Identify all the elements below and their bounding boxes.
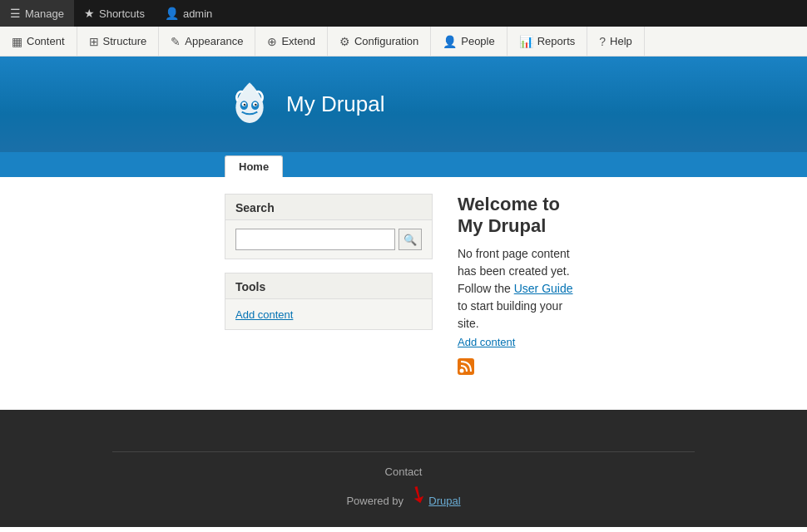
search-icon: 🔍 [404,234,417,246]
admin-toolbar: ☰ Manage ★ Shortcuts 👤 admin [0,0,807,27]
welcome-text: No front page content has been created y… [458,245,582,332]
content-icon: ▦ [12,35,22,48]
welcome-title: Welcome to My Drupal [458,194,582,237]
svg-point-5 [255,103,257,106]
nav-reports-label: Reports [537,35,576,47]
configuration-icon: ⚙ [339,35,350,48]
nav-configuration-label: Configuration [354,35,418,47]
tools-block: Tools Add content [225,273,433,330]
footer: Contact Powered by ➘ Drupal [0,410,807,527]
footer-powered-by: Powered by ➘ Drupal [112,483,695,510]
local-nav: Home [0,152,807,177]
sidebar: Search 🔍 Tools Add content [225,194,433,393]
nav-appearance-label: Appearance [185,35,243,47]
follow-text: Follow the [458,282,511,295]
search-block: Search 🔍 [225,194,433,259]
manage-button[interactable]: ☰ Manage [0,0,74,27]
nav-configuration[interactable]: ⚙ Configuration [328,27,431,56]
content-add-content-link[interactable]: Add content [458,336,582,348]
nav-reports[interactable]: 📊 Reports [507,27,588,56]
content-area: Welcome to My Drupal No front page conte… [458,194,582,393]
nav-extend[interactable]: ⊕ Extend [255,27,327,56]
admin-label: admin [183,7,212,20]
shortcuts-label: Shortcuts [99,7,145,20]
search-block-content: 🔍 [225,220,432,259]
search-input[interactable] [235,229,395,250]
drupal-link[interactable]: Drupal [428,495,460,507]
structure-icon: ⊞ [89,35,99,48]
user-icon: 👤 [165,7,179,20]
reports-icon: 📊 [519,35,533,48]
add-content-link[interactable]: Add content [235,308,293,321]
user-guide-link[interactable]: User Guide [514,282,573,295]
footer-content: Contact Powered by ➘ Drupal [112,426,695,510]
rss-icon [458,358,582,377]
nav-extend-label: Extend [281,35,314,47]
nav-bar: ▦ Content ⊞ Structure ✎ Appearance ⊕ Ext… [0,27,807,57]
extend-icon: ⊕ [267,35,277,48]
nav-people-label: People [461,35,494,47]
shortcuts-button[interactable]: ★ Shortcuts [74,0,155,27]
nav-people[interactable]: 👤 People [431,27,507,56]
search-form: 🔍 [235,229,422,250]
site-title: My Drupal [286,91,384,117]
nav-structure[interactable]: ⊞ Structure [77,27,160,56]
footer-divider [112,451,695,452]
hamburger-icon: ☰ [10,7,21,20]
tools-block-content: Add content [225,299,432,329]
no-content-text: No front page content has been created y… [458,247,570,278]
tools-block-title: Tools [225,273,432,299]
to-start-text: to start building your site. [458,299,562,330]
star-icon: ★ [84,7,95,20]
nav-structure-label: Structure [103,35,147,47]
help-icon: ? [599,35,606,48]
svg-point-7 [460,369,464,373]
admin-user-button[interactable]: 👤 admin [155,0,222,27]
footer-contact: Contact [112,466,695,478]
svg-point-4 [244,103,246,106]
manage-label: Manage [25,7,64,20]
search-block-title: Search [225,195,432,220]
hero-banner: My Drupal [0,57,807,152]
tab-home[interactable]: Home [225,155,283,177]
appearance-icon: ✎ [171,35,181,48]
nav-content[interactable]: ▦ Content [0,27,77,56]
nav-content-label: Content [27,35,65,47]
people-icon: 👤 [443,35,457,48]
search-button[interactable]: 🔍 [399,229,422,250]
nav-help-label: Help [610,35,632,47]
nav-help[interactable]: ? Help [587,27,645,56]
powered-by-text: Powered by [346,495,404,507]
drupal-logo [225,80,275,130]
main-content: Search 🔍 Tools Add content Welcome to My… [0,177,807,410]
nav-appearance[interactable]: ✎ Appearance [159,27,255,56]
